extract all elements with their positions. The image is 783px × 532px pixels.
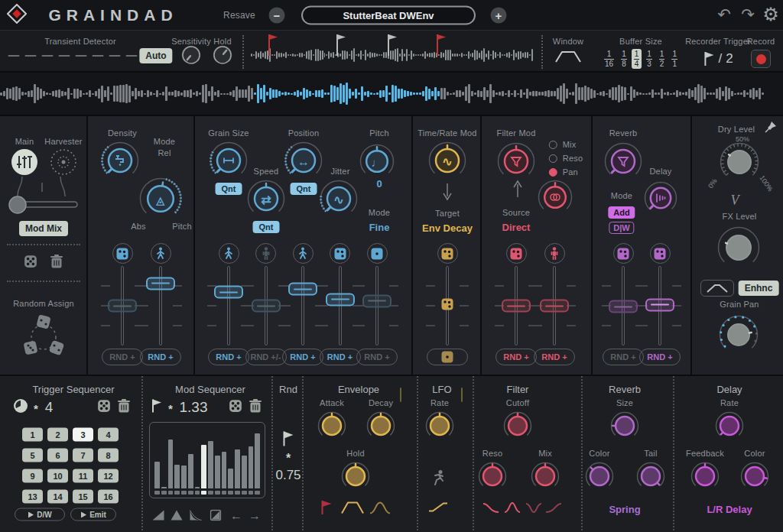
main-source-icon[interactable] [11, 148, 38, 179]
envelope-toggle[interactable] [400, 388, 401, 402]
mod-seq-step[interactable] [181, 491, 187, 495]
buffer-option-1-1[interactable]: 11 [669, 49, 680, 69]
trigger-step-6[interactable]: 6 [47, 449, 68, 462]
recorder-trigger-control[interactable]: / 2 [703, 51, 733, 66]
trigger-step-10[interactable]: 10 [47, 469, 68, 483]
dice-icon[interactable] [650, 243, 671, 264]
slider-handle[interactable] [502, 300, 531, 313]
slider-handle[interactable] [645, 298, 674, 311]
pan-knob[interactable] [538, 180, 573, 218]
mod-seq-bar[interactable] [181, 466, 187, 488]
remove-preset-button[interactable]: − [269, 8, 285, 24]
delay-rate-knob[interactable] [715, 411, 744, 443]
ramp-up-shape-icon[interactable] [152, 510, 165, 524]
cutoff-knob[interactable] [503, 411, 532, 443]
slider-track[interactable] [301, 266, 304, 345]
radio-dot-icon[interactable] [549, 168, 557, 177]
mod-amount-slider[interactable] [638, 266, 681, 345]
slider-handle[interactable] [540, 300, 569, 313]
filter-mod-knob[interactable] [497, 142, 535, 183]
mod-amount-slider[interactable] [356, 266, 398, 345]
dw-trigger-button[interactable]: D/W [15, 508, 65, 521]
radio-pan[interactable]: Pan [549, 167, 583, 177]
buffer-option-1-4[interactable]: 14 [632, 49, 642, 69]
add-preset-button[interactable]: + [491, 8, 507, 24]
curve-shape-icon[interactable] [190, 510, 203, 524]
transient-flag-icon[interactable] [436, 34, 447, 57]
speed-qnt-button[interactable]: Qnt [253, 221, 280, 233]
trash-icon[interactable] [249, 399, 262, 417]
radio-dot-icon[interactable] [549, 154, 557, 163]
window-shape-icon[interactable] [554, 50, 582, 66]
slider-handle[interactable] [146, 277, 175, 290]
mod-multiplier-value[interactable]: 1.33 [180, 399, 208, 416]
dice-icon[interactable] [24, 255, 37, 271]
slider-handle[interactable] [214, 286, 243, 299]
trash-icon[interactable] [118, 399, 131, 417]
shift-left-icon[interactable]: ← [230, 509, 242, 523]
grain-size-qnt-button[interactable]: Qnt [216, 183, 242, 195]
mod-seq-bar[interactable] [154, 462, 160, 488]
randomize-button[interactable] [427, 349, 468, 365]
dry-level-knob[interactable] [720, 142, 759, 185]
rnd-value[interactable]: 0.75 [275, 468, 301, 483]
mod-seq-step[interactable] [201, 491, 206, 495]
grain-pan-knob[interactable] [719, 315, 759, 358]
position-qnt-button[interactable]: Qnt [291, 183, 317, 195]
bandpass-icon[interactable] [504, 501, 521, 517]
trigger-step-1[interactable]: 1 [22, 428, 43, 442]
tail-knob[interactable] [636, 462, 665, 494]
slider-handle[interactable] [441, 298, 453, 313]
mod-seq-step[interactable] [168, 491, 174, 495]
trigger-step-4[interactable]: 4 [98, 428, 119, 442]
trigger-step-5[interactable]: 5 [22, 449, 43, 462]
density-knob[interactable] [101, 141, 139, 183]
redo-icon[interactable]: ↷ [741, 5, 755, 24]
fx-level-knob[interactable] [717, 226, 760, 272]
transient-waveform[interactable] [251, 41, 534, 69]
mod-amount-slider[interactable] [533, 266, 576, 345]
reverb-color-knob[interactable] [585, 462, 614, 494]
harvester-source-icon[interactable] [50, 148, 77, 179]
pin-icon[interactable] [765, 121, 777, 136]
buffer-option-1-3[interactable]: 13 [644, 49, 655, 69]
runner-icon[interactable] [430, 469, 446, 489]
randomize-button[interactable]: RND + [356, 349, 398, 365]
grain-size-knob[interactable] [210, 141, 248, 183]
transient-flag-icon[interactable] [336, 34, 346, 57]
mod-seq-bar[interactable] [215, 456, 220, 488]
mod-seq-bar[interactable] [174, 465, 180, 488]
mod-amount-slider[interactable] [426, 266, 469, 345]
mod-seq-bar[interactable] [195, 487, 200, 488]
feedback-knob[interactable] [690, 462, 720, 494]
slider-handle[interactable] [609, 300, 638, 313]
slider-handle[interactable] [288, 283, 317, 296]
mix-knob[interactable] [531, 462, 560, 494]
position-knob[interactable]: ↔ [284, 141, 323, 183]
bell-env-icon[interactable] [369, 501, 391, 517]
mod-mix-button[interactable]: Mod Mix [19, 221, 68, 236]
person-icon[interactable] [255, 243, 276, 264]
slider-handle[interactable] [326, 293, 355, 306]
mod-seq-step[interactable] [174, 491, 180, 495]
mod-seq-step[interactable] [188, 491, 193, 495]
reso-knob[interactable] [478, 462, 507, 494]
jitter-knob[interactable]: ∿ [320, 180, 358, 221]
randomize-button[interactable]: RND + [639, 349, 681, 365]
shift-right-icon[interactable]: → [249, 509, 261, 523]
dw-mode-button[interactable]: D|W [609, 222, 634, 234]
time-rate-mod-knob[interactable]: ∿ [428, 141, 466, 183]
grain-mode-value[interactable]: Fine [369, 222, 390, 233]
mod-seq-bar[interactable] [235, 449, 240, 488]
lfo-rate-knob[interactable] [425, 411, 454, 443]
notch-icon[interactable] [525, 501, 542, 517]
trigger-step-13[interactable]: 13 [22, 490, 43, 504]
pitch-knob[interactable]: ♩ [359, 144, 395, 182]
gear-icon[interactable]: ⚙ [762, 4, 779, 25]
radio-reso[interactable]: Reso [549, 154, 583, 163]
mod-seq-step[interactable] [255, 491, 260, 495]
mod-seq-step[interactable] [161, 491, 167, 495]
mod-amount-slider[interactable] [139, 266, 182, 345]
radio-mix[interactable]: Mix [549, 140, 583, 149]
dice-icon[interactable] [330, 243, 350, 264]
